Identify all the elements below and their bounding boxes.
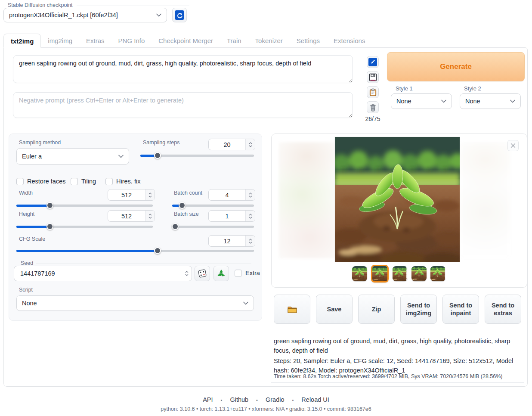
width-stepper[interactable]	[145, 189, 155, 200]
thumbnail-4[interactable]	[411, 266, 427, 281]
footer-link-github[interactable]: Github	[230, 396, 248, 404]
thumbnail-1[interactable]	[352, 266, 367, 281]
checkpoint-label: Stable Diffusion checkpoint	[6, 2, 74, 8]
random-seed-button[interactable]	[195, 266, 210, 281]
script-select[interactable]: None	[16, 295, 254, 311]
hires-fix-checkbox[interactable]	[105, 178, 113, 185]
generated-image[interactable]	[335, 137, 460, 262]
width-input[interactable]	[108, 189, 145, 200]
close-gallery-button[interactable]	[507, 140, 519, 151]
slider-handle[interactable]	[46, 223, 53, 230]
output-buttons-row: Save Zip Send to img2img Send to inpaint…	[274, 295, 521, 324]
seed-stepper[interactable]	[182, 266, 192, 281]
tiling-checkbox[interactable]	[71, 178, 78, 185]
prompt-input[interactable]: green sapling rowing out of ground, mud,…	[13, 55, 353, 83]
thumbnail-3[interactable]	[393, 266, 408, 281]
thumbnail-2-selected[interactable]	[371, 265, 389, 283]
sampling-steps-slider[interactable]	[140, 155, 254, 157]
main-tabs: txt2img img2img Extras PNG Info Checkpoi…	[3, 34, 372, 48]
send-to-inpaint-button[interactable]: Send to inpaint	[442, 295, 479, 324]
open-folder-button[interactable]	[274, 295, 310, 324]
tab-png-info[interactable]: PNG Info	[111, 34, 152, 48]
extra-seed-checkbox[interactable]	[235, 270, 242, 277]
tab-tokenizer[interactable]: Tokenizer	[248, 34, 290, 48]
slider-handle[interactable]	[179, 202, 186, 209]
cfg-scale-input[interactable]	[209, 236, 245, 246]
gallery-previous-image[interactable]	[279, 142, 335, 258]
checkpoint-select[interactable]: protogenX34OfficialR_1.ckpt [60fe2f34]	[3, 8, 167, 22]
footer-links: API • Github • Gradio • Reload UI	[0, 396, 532, 404]
cfg-scale-slider[interactable]	[16, 250, 254, 252]
batch-size-input[interactable]	[209, 211, 245, 221]
slider-handle[interactable]	[46, 202, 53, 209]
tab-train[interactable]: Train	[220, 34, 248, 48]
style2-value: None	[465, 98, 480, 105]
recycle-icon	[217, 269, 226, 278]
reuse-seed-button[interactable]	[213, 266, 229, 281]
tab-settings[interactable]: Settings	[290, 34, 327, 48]
style1-label: Style 1	[396, 85, 413, 92]
slider-handle[interactable]	[154, 152, 161, 159]
generate-button[interactable]: Generate	[387, 52, 525, 81]
width-slider[interactable]	[16, 205, 153, 207]
chevron-down-icon	[156, 13, 161, 17]
clear-prompt-button[interactable]	[367, 101, 379, 113]
height-slider[interactable]	[16, 226, 153, 228]
footer-link-api[interactable]: API	[203, 396, 213, 404]
cfg-scale-stepper[interactable]	[245, 236, 255, 246]
zip-button[interactable]: Zip	[358, 295, 395, 324]
batch-count-input[interactable]	[209, 189, 245, 200]
sampling-method-value: Euler a	[22, 153, 42, 160]
batch-size-slider[interactable]	[172, 226, 254, 228]
sampling-method-select[interactable]: Euler a	[16, 148, 129, 165]
close-icon	[510, 143, 516, 148]
seed-label: Seed	[19, 260, 35, 266]
seed-field	[14, 266, 192, 281]
sapling-image	[335, 137, 460, 262]
footer-link-reload-ui[interactable]: Reload UI	[301, 396, 329, 404]
negative-prompt-input[interactable]	[13, 92, 353, 118]
footer-separator: •	[256, 396, 258, 404]
save-style-button[interactable]	[367, 71, 379, 83]
sampling-steps-input[interactable]	[209, 139, 245, 150]
thumbnail-5[interactable]	[430, 266, 445, 281]
sampling-steps-label: Sampling steps	[143, 140, 179, 146]
batch-count-slider[interactable]	[172, 205, 254, 207]
token-counter: 26/75	[364, 115, 382, 122]
seed-legend-line	[36, 264, 251, 264]
trash-icon	[369, 103, 377, 112]
refresh-checkpoint-button[interactable]	[172, 8, 187, 22]
slider-handle[interactable]	[172, 223, 179, 230]
tab-checkpoint-merger[interactable]: Checkpoint Merger	[152, 34, 220, 48]
arrow-down-left-icon	[368, 58, 377, 66]
gallery-next-image[interactable]	[460, 142, 510, 258]
batch-count-stepper[interactable]	[245, 189, 255, 200]
save-button[interactable]: Save	[316, 295, 353, 324]
footer-separator: •	[292, 396, 294, 404]
paste-params-button[interactable]	[367, 56, 379, 68]
style2-select[interactable]: None	[460, 93, 521, 109]
send-to-img2img-button[interactable]: Send to img2img	[400, 295, 437, 324]
seed-input[interactable]	[14, 266, 182, 281]
height-field	[108, 210, 155, 222]
checkpoint-select-value: protogenX34OfficialR_1.ckpt [60fe2f34]	[9, 12, 118, 19]
apply-style-button[interactable]	[367, 86, 379, 98]
restore-faces-checkbox[interactable]	[16, 178, 24, 185]
sampling-steps-stepper[interactable]	[245, 139, 255, 150]
slider-handle[interactable]	[154, 247, 161, 254]
height-input[interactable]	[108, 211, 145, 221]
tab-img2img[interactable]: img2img	[41, 34, 79, 48]
tab-extensions[interactable]: Extensions	[327, 34, 372, 48]
style1-select[interactable]: None	[391, 93, 452, 109]
batch-size-stepper[interactable]	[245, 211, 255, 221]
height-stepper[interactable]	[145, 211, 155, 221]
restore-faces-label: Restore faces	[27, 178, 65, 185]
tab-extras[interactable]: Extras	[79, 34, 111, 48]
footer-link-gradio[interactable]: Gradio	[266, 396, 285, 404]
checkpoint-legend-line	[77, 6, 189, 6]
tab-txt2img[interactable]: txt2img	[3, 34, 41, 48]
batch-count-field	[208, 189, 255, 201]
batch-size-field	[208, 210, 255, 222]
send-to-extras-button[interactable]: Send to extras	[485, 295, 521, 324]
dice-icon	[198, 269, 207, 278]
